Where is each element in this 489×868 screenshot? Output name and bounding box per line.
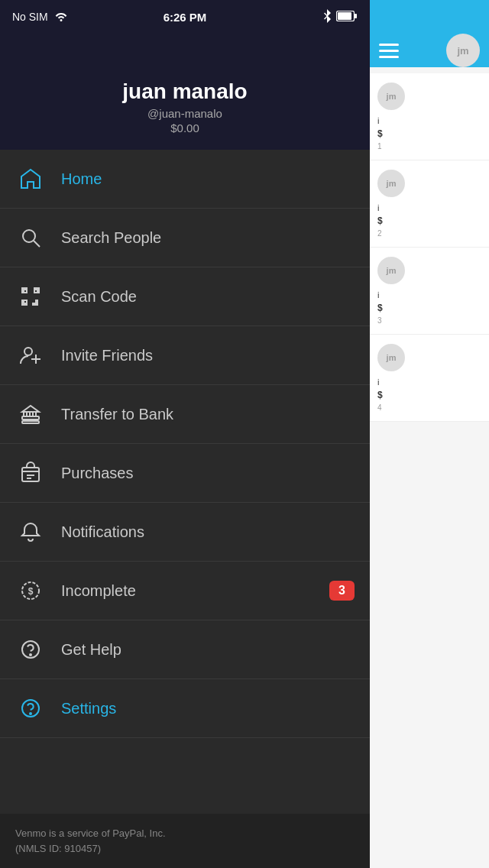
- incomplete-badge: 3: [329, 581, 355, 601]
- feed-avatar: jm: [377, 257, 405, 284]
- right-panel: jm jm i $ 1 jm i $ 2 jm i $ 3 jm i $ 4: [370, 0, 489, 868]
- transfer-bank-label: Transfer to Bank: [61, 406, 173, 423]
- svg-text:$: $: [28, 586, 34, 597]
- svg-rect-11: [22, 416, 39, 419]
- nav-list: Home Search People Scan Co: [0, 150, 370, 814]
- status-left: No SIM: [12, 11, 68, 24]
- nav-item-settings[interactable]: Settings: [0, 679, 370, 738]
- feed-amount: $: [377, 215, 481, 226]
- sidebar: No SIM 6:26 PM j: [0, 0, 370, 868]
- feed-text: i: [377, 203, 481, 212]
- status-right: [322, 9, 358, 25]
- carrier-label: No SIM: [12, 11, 48, 23]
- feed-amount: $: [377, 390, 481, 400]
- nav-item-notifications[interactable]: Notifications: [0, 503, 370, 562]
- notifications-label: Notifications: [61, 523, 144, 541]
- settings-help-icon: [15, 693, 46, 724]
- feed-avatar: jm: [377, 344, 405, 371]
- svg-rect-12: [22, 421, 39, 423]
- menu-button[interactable]: [379, 44, 399, 58]
- feed-item: jm i $ 2: [370, 160, 489, 248]
- status-time: 6:26 PM: [164, 11, 207, 24]
- get-help-label: Get Help: [61, 641, 121, 659]
- feed-item: jm i $ 1: [370, 73, 489, 160]
- nav-item-get-help[interactable]: Get Help: [0, 620, 370, 679]
- svg-point-21: [30, 713, 31, 714]
- svg-line-4: [34, 241, 40, 247]
- purchases-icon: [15, 458, 46, 488]
- nav-item-scan-code[interactable]: Scan Code: [0, 267, 370, 326]
- nav-item-purchases[interactable]: Purchases: [0, 444, 370, 503]
- footer-text: Venmo is a service of PayPal, Inc.(NMLS …: [15, 828, 166, 854]
- nav-item-invite-friends[interactable]: Invite Friends: [0, 326, 370, 385]
- sidebar-footer: Venmo is a service of PayPal, Inc.(NMLS …: [0, 814, 370, 868]
- feed-date: 3: [377, 316, 481, 325]
- home-icon: [15, 164, 46, 194]
- top-bar: jm: [370, 0, 489, 67]
- feed-date: 1: [377, 142, 481, 151]
- incomplete-label: Incomplete: [61, 582, 136, 600]
- scan-code-label: Scan Code: [61, 288, 137, 306]
- incomplete-icon: $: [15, 575, 46, 606]
- battery-icon: [336, 11, 358, 24]
- feed-text: i: [377, 377, 481, 387]
- bluetooth-icon: [322, 9, 332, 25]
- settings-label: Settings: [61, 700, 116, 717]
- search-people-label: Search People: [61, 229, 161, 247]
- help-icon: [15, 634, 46, 665]
- feed-amount: $: [377, 128, 481, 139]
- svg-point-3: [23, 230, 35, 242]
- search-icon: [15, 222, 46, 253]
- user-handle: @juan-manalo: [15, 107, 355, 120]
- user-balance: $0.00: [15, 121, 355, 134]
- nav-item-transfer-to-bank[interactable]: Transfer to Bank: [0, 385, 370, 444]
- scan-icon: [15, 281, 46, 312]
- user-name: juan manalo: [15, 79, 355, 104]
- feed-item: jm i $ 3: [370, 248, 489, 335]
- nav-item-search-people[interactable]: Search People: [0, 209, 370, 267]
- feed-amount: $: [377, 303, 481, 313]
- feed-text: i: [377, 290, 481, 300]
- bank-icon: [15, 399, 46, 429]
- status-bar: No SIM 6:26 PM: [0, 0, 370, 34]
- svg-rect-1: [338, 12, 351, 20]
- nav-item-incomplete[interactable]: $ Incomplete 3: [0, 562, 370, 620]
- sidebar-header: juan manalo @juan-manalo $0.00: [0, 34, 370, 150]
- wifi-icon: [54, 11, 68, 24]
- feed-avatar: jm: [377, 83, 405, 110]
- nav-item-home[interactable]: Home: [0, 150, 370, 209]
- bell-icon: [15, 517, 46, 547]
- invite-friends-label: Invite Friends: [61, 347, 153, 364]
- feed-item: jm i $ 4: [370, 335, 489, 422]
- feed-text: i: [377, 116, 481, 125]
- feed-date: 4: [377, 403, 481, 412]
- home-label: Home: [61, 170, 102, 188]
- feed-list: jm i $ 1 jm i $ 2 jm i $ 3 jm i $ 4: [370, 67, 489, 428]
- profile-avatar[interactable]: jm: [446, 34, 480, 67]
- svg-point-8: [24, 348, 32, 355]
- svg-point-19: [30, 654, 31, 656]
- feed-date: 2: [377, 229, 481, 238]
- feed-avatar: jm: [377, 170, 405, 197]
- purchases-label: Purchases: [61, 465, 134, 482]
- svg-rect-2: [355, 14, 357, 18]
- invite-icon: [15, 340, 46, 371]
